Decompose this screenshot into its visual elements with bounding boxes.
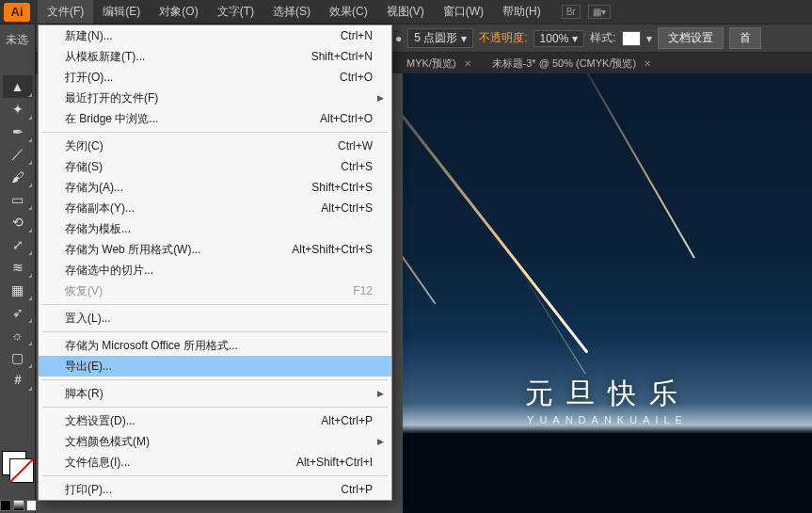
menu-item-label: 存储(S): [65, 159, 103, 175]
menu-文字[interactable]: 文字(T): [208, 0, 263, 24]
fill-stroke-swatches[interactable]: [2, 451, 34, 485]
submenu-arrow-icon: ▶: [377, 389, 384, 398]
menu-shortcut: Ctrl+N: [341, 29, 373, 42]
menu-item[interactable]: 从模板新建(T)...Shift+Ctrl+N: [39, 46, 391, 67]
menu-帮助[interactable]: 帮助(H): [493, 0, 550, 24]
menu-item[interactable]: 存储(S)Ctrl+S: [39, 156, 391, 177]
symbol-tool[interactable]: ☼: [3, 324, 33, 346]
menu-item: 恢复(V)F12: [39, 281, 391, 301]
brush-tool[interactable]: ／: [3, 143, 33, 166]
scale-tool[interactable]: ⤢: [3, 233, 33, 256]
menu-item-label: 存储选中的切片...: [65, 263, 153, 279]
menu-item-label: 新建(N)...: [65, 28, 113, 44]
submenu-arrow-icon: ▶: [377, 437, 384, 446]
magic-wand-tool[interactable]: ✦: [3, 98, 33, 120]
pen-tool[interactable]: ✒: [3, 120, 33, 143]
selection-tool[interactable]: ▲: [3, 75, 33, 98]
menu-item-label: 存储为 Web 所用格式(W)...: [65, 242, 200, 258]
menu-item[interactable]: 存储选中的切片...: [39, 260, 391, 281]
menu-对象[interactable]: 对象(O): [150, 0, 207, 24]
menu-separator: [42, 304, 388, 305]
menu-shortcut: Shift+Ctrl+S: [311, 181, 373, 194]
selection-status: 未选: [6, 32, 28, 48]
menu-shortcut: Alt+Shift+Ctrl+S: [292, 243, 373, 256]
menu-item[interactable]: 文件信息(I)...Alt+Shift+Ctrl+I: [39, 452, 391, 473]
bridge-shortcut[interactable]: Br: [562, 5, 581, 19]
stroke-swatch[interactable]: [9, 458, 34, 483]
menu-item-label: 从模板新建(T)...: [65, 49, 145, 65]
eyedropper-tool[interactable]: ➶: [3, 301, 33, 324]
menu-item[interactable]: 存储为(A)...Shift+Ctrl+S: [39, 177, 391, 198]
artboard: 元旦快乐 YUANDANKUAILE: [403, 73, 812, 513]
meteor-graphic: [516, 262, 586, 374]
color-mode-icon[interactable]: [0, 500, 11, 511]
menu-item-label: 最近打开的文件(F): [65, 90, 158, 106]
close-icon[interactable]: ✕: [644, 58, 651, 69]
menu-视图[interactable]: 视图(V): [377, 0, 434, 24]
menu-item-label: 文档设置(D)...: [65, 413, 135, 429]
menu-item-label: 存储副本(Y)...: [65, 200, 135, 216]
menu-item[interactable]: 新建(N)...Ctrl+N: [39, 25, 391, 46]
menu-item-label: 恢复(V): [65, 283, 103, 299]
mesh-tool[interactable]: ▦: [3, 279, 33, 301]
menu-item-label: 导出(E)...: [65, 359, 112, 375]
rotate-tool[interactable]: ⟲: [3, 211, 33, 233]
document-tab[interactable]: 未标题-3* @ 50% (CMYK/预览)✕: [483, 54, 661, 73]
artwork-title: 元旦快乐: [525, 375, 691, 413]
menu-效果[interactable]: 效果(C): [320, 0, 377, 24]
menu-separator: [42, 379, 388, 380]
layout-toggle-icon[interactable]: ▦▾: [588, 5, 611, 19]
style-label: 样式:: [590, 30, 615, 46]
menu-item[interactable]: 导出(E)...: [39, 356, 391, 377]
style-swatch[interactable]: [622, 31, 641, 46]
menu-item[interactable]: 存储为模板...: [39, 218, 391, 239]
menu-shortcut: Ctrl+P: [341, 483, 373, 496]
close-icon[interactable]: ✕: [464, 58, 471, 69]
menubar-extras: Br ▦▾: [562, 5, 611, 19]
menu-item[interactable]: 存储为 Microsoft Office 所用格式...: [39, 335, 391, 356]
paintbrush-tool[interactable]: 🖌: [3, 166, 33, 188]
doc-setup-button[interactable]: 文档设置: [658, 27, 724, 49]
slice-tool[interactable]: ＃: [3, 369, 33, 392]
menu-窗口[interactable]: 窗口(W): [434, 0, 493, 24]
eraser-tool[interactable]: ▭: [3, 188, 33, 211]
menu-编辑[interactable]: 编辑(E): [93, 0, 150, 24]
menu-shortcut: Alt+Shift+Ctrl+I: [296, 456, 373, 469]
artboard-tool[interactable]: ▢: [3, 346, 33, 369]
menu-item[interactable]: 打开(O)...Ctrl+O: [39, 67, 391, 88]
menu-item-label: 置入(L)...: [65, 311, 111, 327]
menu-item-label: 文件信息(I)...: [65, 455, 130, 471]
menu-item[interactable]: 最近打开的文件(F)▶: [39, 88, 391, 108]
gradient-mode-icon[interactable]: [13, 500, 24, 511]
menu-item[interactable]: 存储为 Web 所用格式(W)...Alt+Shift+Ctrl+S: [39, 239, 391, 260]
menu-item-label: 打印(P)...: [65, 482, 112, 498]
menu-item[interactable]: 脚本(R)▶: [39, 383, 391, 404]
width-tool[interactable]: ≋: [3, 256, 33, 279]
toolbox: ▲✦✒／🖌▭⟲⤢≋▦➶☼▢＃: [0, 24, 36, 513]
menu-选择[interactable]: 选择(S): [263, 0, 320, 24]
menu-shortcut: Alt+Ctrl+P: [321, 414, 373, 427]
menu-shortcut: Ctrl+S: [341, 160, 373, 173]
menu-item[interactable]: 文档设置(D)...Alt+Ctrl+P: [39, 410, 391, 431]
submenu-arrow-icon: ▶: [377, 93, 384, 103]
menu-item[interactable]: 置入(L)...: [39, 308, 391, 329]
menu-item[interactable]: 关闭(C)Ctrl+W: [39, 136, 391, 156]
menu-item-label: 存储为(A)...: [65, 180, 123, 196]
menu-item[interactable]: 打印(P)...Ctrl+P: [39, 479, 391, 500]
menu-item-label: 存储为模板...: [65, 221, 131, 237]
menu-shortcut: Alt+Ctrl+S: [321, 201, 373, 215]
prefs-button[interactable]: 首: [729, 27, 761, 49]
menu-item[interactable]: 在 Bridge 中浏览...Alt+Ctrl+O: [39, 108, 391, 129]
document-tab[interactable]: MYK/预览)✕: [397, 54, 481, 73]
menu-item[interactable]: 存储副本(Y)...Alt+Ctrl+S: [39, 198, 391, 218]
style-dropdown-icon[interactable]: ▾: [646, 32, 652, 45]
menu-item-label: 关闭(C): [65, 138, 103, 154]
menu-shortcut: Ctrl+O: [340, 71, 373, 84]
menu-item[interactable]: 文档颜色模式(M)▶: [39, 431, 391, 452]
meteor-graphic: [403, 73, 588, 354]
menu-shortcut: F12: [353, 284, 373, 297]
menu-文件[interactable]: 文件(F): [38, 0, 93, 24]
menu-item-label: 脚本(R): [65, 386, 103, 402]
opacity-field[interactable]: 100%▾: [533, 30, 585, 47]
stroke-profile-select[interactable]: 5 点圆形▾: [407, 28, 473, 48]
